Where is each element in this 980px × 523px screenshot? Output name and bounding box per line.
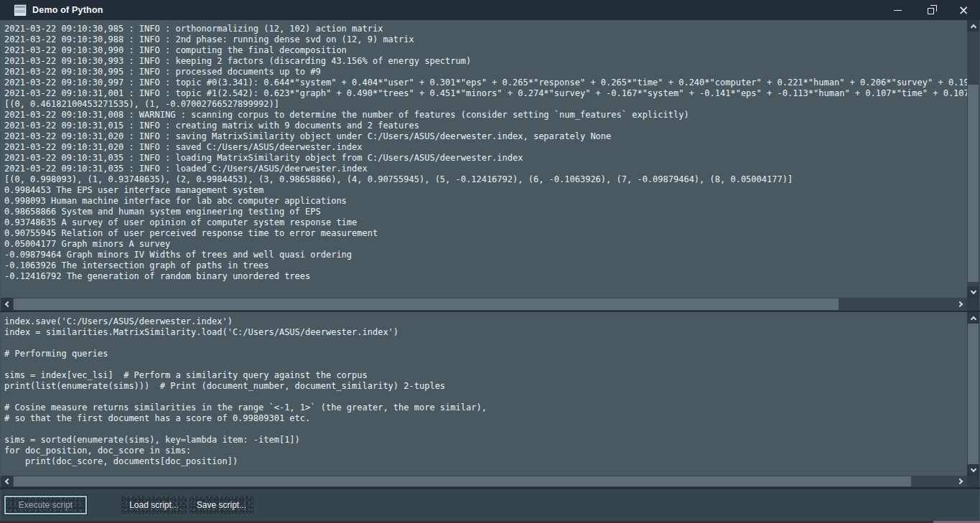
load-script-button[interactable]: Load script... bbox=[121, 496, 187, 514]
log-line: 2021-03-22 09:10:31,020 : INFO : saving … bbox=[4, 131, 967, 142]
log-output[interactable]: 2021-03-22 09:10:30,985 : INFO : orthono… bbox=[1, 20, 967, 298]
chevron-right-icon bbox=[957, 301, 963, 307]
log-hscroll-thumb[interactable] bbox=[14, 298, 839, 310]
code-line: for doc_position, doc_score in sims: bbox=[4, 446, 967, 456]
log-line: 0.998093 Human machine interface for lab… bbox=[4, 196, 967, 207]
restore-icon bbox=[928, 8, 934, 14]
log-line: 0.05004177 Graph minors A survey bbox=[4, 239, 967, 250]
log-line: [(0, 0.46182100453271535), (1, -0.070027… bbox=[4, 99, 967, 110]
editor-vscroll-thumb[interactable] bbox=[968, 324, 979, 464]
log-line: 2021-03-22 09:10:31,001 : INFO : topic #… bbox=[4, 88, 967, 99]
scroll-right-button[interactable] bbox=[955, 476, 967, 487]
code-line: sims = sorted(enumerate(sims), key=lambd… bbox=[4, 435, 967, 446]
save-script-button[interactable]: Save script... bbox=[190, 496, 253, 514]
code-line: # Performing queries bbox=[4, 349, 967, 359]
scrollbar-corner bbox=[967, 298, 979, 311]
log-line: 0.90755945 Relation of user perceived re… bbox=[4, 228, 967, 239]
code-line: sims = index[vec_lsi] # Perform a simila… bbox=[4, 370, 967, 381]
log-line: 2021-03-22 09:10:30,997 : INFO : topic #… bbox=[4, 77, 967, 88]
restore-button[interactable] bbox=[914, 0, 947, 20]
log-vscroll-thumb[interactable] bbox=[968, 85, 979, 282]
log-line: 2021-03-22 09:10:30,985 : INFO : orthono… bbox=[4, 24, 967, 34]
chevron-left-icon bbox=[5, 301, 11, 307]
log-line: 2021-03-22 09:10:31,020 : INFO : saved C… bbox=[4, 142, 967, 153]
chevron-up-icon bbox=[970, 316, 976, 321]
titlebar: Demo of Python × bbox=[0, 0, 980, 20]
code-line bbox=[4, 424, 967, 435]
log-line: 0.98658866 System and human system engin… bbox=[4, 207, 967, 217]
log-line: 2021-03-22 09:10:30,988 : INFO : 2nd pha… bbox=[4, 34, 967, 45]
code-line: index = similarities.MatrixSimilarity.lo… bbox=[4, 327, 967, 338]
close-icon: × bbox=[958, 4, 969, 17]
log-horizontal-scrollbar[interactable] bbox=[1, 298, 967, 311]
log-line: 2021-03-22 09:10:30,995 : INFO : process… bbox=[4, 67, 967, 77]
app-window: Demo of Python × 2021-03-22 09:10:30,985… bbox=[0, 0, 980, 523]
log-line: 2021-03-22 09:10:30,990 : INFO : computi… bbox=[4, 45, 967, 56]
log-line: -0.09879464 Graph minors IV Widths of tr… bbox=[4, 250, 967, 260]
script-editor[interactable]: index.save('C:/Users/ASUS/deerwester.ind… bbox=[1, 312, 967, 476]
editor-vertical-scrollbar[interactable] bbox=[967, 312, 979, 476]
window-controls: × bbox=[881, 0, 980, 20]
log-line: 0.9984453 The EPS user interface managem… bbox=[4, 185, 967, 196]
chevron-up-icon bbox=[970, 24, 976, 29]
code-line: # Cosine measure returns similarities in… bbox=[4, 402, 967, 413]
scroll-left-button[interactable] bbox=[1, 476, 13, 487]
window-title: Demo of Python bbox=[32, 5, 103, 15]
log-line: -0.12416792 The generation of random bin… bbox=[4, 271, 967, 282]
chevron-left-icon bbox=[5, 479, 11, 484]
chevron-right-icon bbox=[957, 479, 963, 484]
log-line: [(0, 0.998093), (1, 0.93748635), (2, 0.9… bbox=[4, 174, 967, 185]
scrollbar-corner bbox=[967, 476, 979, 487]
log-line: 2021-03-22 09:10:31,035 : INFO : loading… bbox=[4, 153, 967, 164]
log-vertical-scrollbar[interactable] bbox=[967, 20, 979, 298]
code-line: # so that the first document has a score… bbox=[4, 413, 967, 424]
bottom-toolbar: Execute script Load script... Save scrip… bbox=[1, 489, 979, 521]
execute-script-button[interactable]: Execute script bbox=[4, 496, 87, 514]
app-icon bbox=[14, 5, 26, 16]
editor-horizontal-scrollbar[interactable] bbox=[1, 476, 967, 487]
close-button[interactable]: × bbox=[947, 0, 980, 20]
scroll-left-button[interactable] bbox=[1, 298, 13, 311]
code-line bbox=[4, 359, 967, 370]
log-line: 0.93748635 A survey of user opinion of c… bbox=[4, 217, 967, 228]
chevron-down-icon bbox=[970, 466, 976, 471]
editor-hscroll-thumb[interactable] bbox=[14, 476, 911, 486]
log-line: 2021-03-22 09:10:31,035 : INFO : loaded … bbox=[4, 164, 967, 174]
log-line: 2021-03-22 09:10:30,993 : INFO : keeping… bbox=[4, 56, 967, 67]
code-line bbox=[4, 392, 967, 402]
chevron-down-icon bbox=[970, 288, 976, 293]
code-line: print(list(enumerate(sims))) # Print (do… bbox=[4, 381, 967, 392]
scroll-up-button[interactable] bbox=[967, 312, 979, 324]
minimize-button[interactable] bbox=[881, 0, 914, 20]
code-line: print(doc_score, documents[doc_position]… bbox=[4, 456, 967, 467]
log-line: 2021-03-22 09:10:31,015 : INFO : creatin… bbox=[4, 121, 967, 131]
minimize-icon bbox=[894, 10, 902, 11]
code-line: index.save('C:/Users/ASUS/deerwester.ind… bbox=[4, 316, 967, 327]
log-line: 2021-03-22 09:10:31,008 : WARNING : scan… bbox=[4, 110, 967, 121]
code-line bbox=[4, 338, 967, 349]
scroll-down-button[interactable] bbox=[967, 286, 979, 298]
scroll-right-button[interactable] bbox=[955, 298, 967, 311]
scroll-up-button[interactable] bbox=[967, 20, 979, 32]
log-line: -0.1063926 The intersection graph of pat… bbox=[4, 260, 967, 271]
scroll-down-button[interactable] bbox=[967, 464, 979, 476]
